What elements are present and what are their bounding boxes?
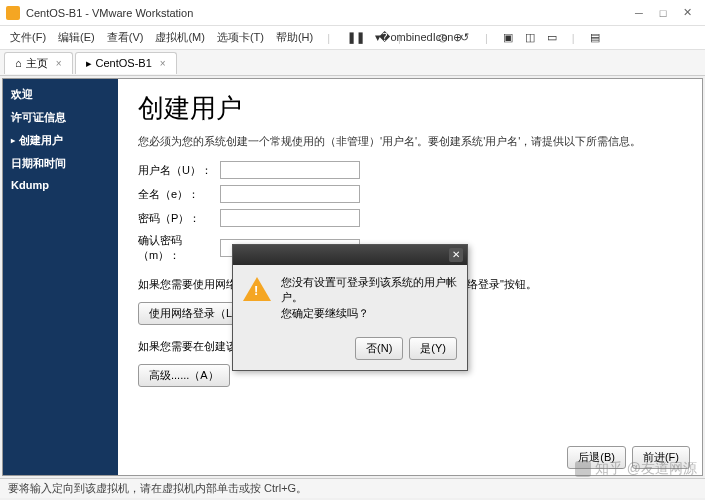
- separator: |: [323, 30, 334, 46]
- setup-sidebar: 欢迎 许可证信息 ▸创建用户 日期和时间 Kdump: [3, 79, 118, 475]
- sidebar-item-datetime[interactable]: 日期和时间: [3, 152, 118, 175]
- separator: |: [481, 30, 492, 46]
- advanced-button[interactable]: 高级......（A）: [138, 364, 230, 387]
- username-label: 用户名（U）：: [138, 163, 220, 178]
- menu-help[interactable]: 帮助(H): [272, 28, 317, 47]
- username-input[interactable]: [220, 161, 360, 179]
- dialog-titlebar: ✕: [233, 245, 467, 265]
- password-input[interactable]: [220, 209, 360, 227]
- revert-icon[interactable]: ↺: [457, 30, 473, 46]
- confirm-dialog: ✕ 您没有设置可登录到该系统的用户帐户。 您确定要继续吗？ 否(N) 是(Y): [232, 244, 468, 371]
- fullname-label: 全名（e）：: [138, 187, 220, 202]
- forward-button[interactable]: 前进(F): [632, 446, 690, 469]
- window-titlebar: CentOS-B1 - VMware Workstation ─ □ ✕: [0, 0, 705, 26]
- dialog-yes-button[interactable]: 是(Y): [409, 337, 457, 360]
- menu-vm[interactable]: 虚拟机(M): [151, 28, 209, 47]
- maximize-button[interactable]: □: [651, 7, 675, 19]
- unity-icon[interactable]: ◫: [522, 30, 538, 46]
- vm-icon: ▸: [86, 57, 92, 70]
- tab-close-icon[interactable]: ×: [56, 58, 62, 69]
- library-icon[interactable]: ▤: [587, 30, 603, 46]
- sidebar-item-welcome[interactable]: 欢迎: [3, 83, 118, 106]
- menu-bar: 文件(F) 编辑(E) 查看(V) 虚拟机(M) 选项卡(T) 帮助(H) | …: [0, 26, 705, 50]
- console-icon[interactable]: ▭: [544, 30, 560, 46]
- separator: |: [568, 30, 579, 46]
- fullname-input[interactable]: [220, 185, 360, 203]
- tab-vm[interactable]: ▸ CentOS-B1 ×: [75, 52, 177, 74]
- tab-vm-label: CentOS-B1: [96, 57, 152, 69]
- dialog-body: 您没有设置可登录到该系统的用户帐户。 您确定要继续吗？: [233, 265, 467, 331]
- confirm-label: 确认密码（m）：: [138, 233, 220, 263]
- toolbar: ❚❚ ▾ | �ombinedIcon⊕ ◷ ↺ | ▣ ◫ ▭ | ▤: [348, 30, 603, 46]
- dialog-no-button[interactable]: 否(N): [355, 337, 403, 360]
- fullscreen-icon[interactable]: ▣: [500, 30, 516, 46]
- bullet-icon: ▸: [11, 136, 15, 145]
- menu-edit[interactable]: 编辑(E): [54, 28, 99, 47]
- sidebar-item-create-user[interactable]: ▸创建用户: [3, 129, 118, 152]
- page-title: 创建用户: [138, 91, 682, 126]
- warning-icon: [243, 277, 271, 301]
- dialog-message: 您没有设置可登录到该系统的用户帐户。 您确定要继续吗？: [281, 275, 457, 321]
- tab-home[interactable]: ⌂ 主页 ×: [4, 52, 73, 74]
- sidebar-item-kdump[interactable]: Kdump: [3, 175, 118, 195]
- tab-bar: ⌂ 主页 × ▸ CentOS-B1 ×: [0, 50, 705, 76]
- snapshot-icon[interactable]: �ombinedIcon⊕: [413, 30, 429, 46]
- minimize-button[interactable]: ─: [627, 7, 651, 19]
- menu-tabs[interactable]: 选项卡(T): [213, 28, 268, 47]
- menu-view[interactable]: 查看(V): [103, 28, 148, 47]
- page-description: 您必须为您的系统创建一个常规使用的（非管理）'用户名'。要创建系统'用户名'，请…: [138, 134, 682, 149]
- window-title: CentOS-B1 - VMware Workstation: [26, 7, 627, 19]
- sidebar-item-license[interactable]: 许可证信息: [3, 106, 118, 129]
- dialog-close-button[interactable]: ✕: [449, 248, 463, 262]
- vmware-logo-icon: [6, 6, 20, 20]
- dialog-buttons: 否(N) 是(Y): [233, 331, 467, 370]
- status-bar: 要将输入定向到该虚拟机，请在虚拟机内部单击或按 Ctrl+G。: [0, 478, 705, 498]
- clock-icon[interactable]: ◷: [435, 30, 451, 46]
- status-text: 要将输入定向到该虚拟机，请在虚拟机内部单击或按 Ctrl+G。: [8, 481, 307, 496]
- close-button[interactable]: ✕: [675, 6, 699, 19]
- pause-icon[interactable]: ❚❚: [348, 30, 364, 46]
- password-label: 密码（P）：: [138, 211, 220, 226]
- home-icon: ⌂: [15, 57, 22, 69]
- tab-home-label: 主页: [26, 56, 48, 71]
- tab-close-icon[interactable]: ×: [160, 58, 166, 69]
- back-button[interactable]: 后退(B): [567, 446, 626, 469]
- menu-file[interactable]: 文件(F): [6, 28, 50, 47]
- wizard-nav-buttons: 后退(B) 前进(F): [567, 446, 690, 469]
